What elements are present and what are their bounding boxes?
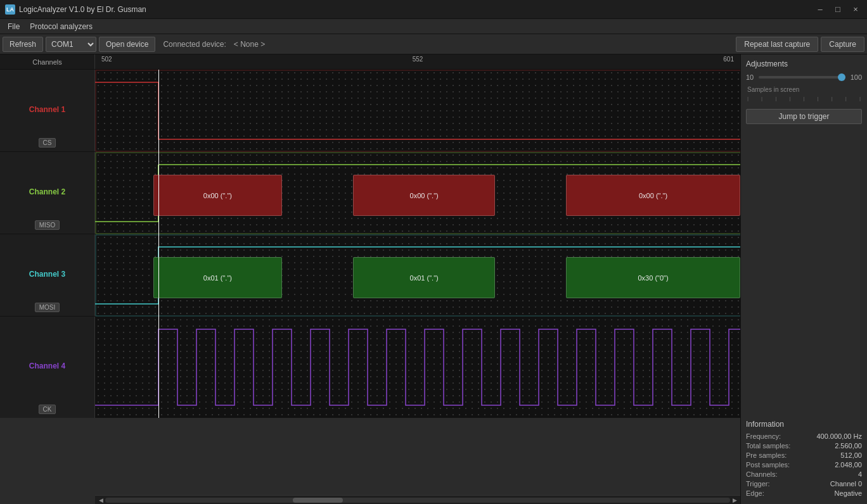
channels-main: Channels 502 552 601 Channel 1 CS [0,54,740,504]
close-button[interactable]: × [849,3,862,16]
mosi-block-3: 0x30 ("0") [566,257,740,298]
app-icon: LA [5,4,15,15]
miso-block-1: 0x00 (".") [153,175,283,216]
channel-row-2: Channel 2 MISO 0 [0,152,740,234]
info-trigger: Trigger: Channel 0 [746,480,862,488]
info-edge: Edge: Negative [746,489,862,497]
info-pre-samples-label: Pre samples: [746,451,787,459]
channel-4-svg [95,317,740,418]
app-title: LogicAnalyzer V1.0 by El Dr. Gusman [19,5,814,14]
miso-block-3: 0x00 (".") [566,175,740,216]
info-channels-val: 4 [858,470,862,478]
channel-row-3: Channel 3 MOSI 0x01 (".") 0x01 (".") [0,234,740,317]
info-edge-val: Negative [835,489,862,497]
channels-scroll[interactable]: Channel 1 CS Channel 2 MISO [0,70,740,495]
channel-1-tag: CS [39,138,56,148]
channel-2-name: Channel 2 [29,187,65,196]
tick-502: 502 [101,56,112,69]
channel-4-label: Channel 4 CK [0,317,95,418]
channel-4-tag: CK [39,405,56,414]
channel-row-1: Channel 1 CS [0,70,740,152]
adjustments-title: Adjustments [746,60,862,68]
channel-3-signal: 0x01 (".") 0x01 (".") 0x30 ("0") [95,234,740,317]
main-area: Channels 502 552 601 Channel 1 CS [0,54,867,504]
right-panel: Adjustments 10 100 Samples in screen | |… [740,54,867,504]
info-total-samples-label: Total samples: [746,442,790,450]
channel-1-svg [95,70,740,152]
connected-device-value: < None > [234,40,265,49]
channel-2-tag: MISO [35,220,60,230]
channel-3-name: Channel 3 [29,270,65,279]
timeline-ticks: 502 552 601 [95,54,740,69]
info-pre-samples-val: 512,00 [840,451,862,459]
channel-3-tag: MOSI [35,303,60,312]
channel-1-name: Channel 1 [29,105,65,114]
channel-4-name: Channel 4 [29,362,65,370]
com-port-select[interactable]: COM1 [46,37,96,52]
info-frequency-label: Frequency: [746,432,781,440]
capture-button[interactable]: Capture [821,37,864,52]
channels-header: Channels [0,54,95,69]
scrollbar-track[interactable] [105,498,730,503]
info-title: Information [746,420,862,429]
samples-min-label: 10 [746,73,754,81]
info-frequency-val: 400.000,00 Hz [816,432,862,440]
samples-slider-row: 10 100 [746,73,862,81]
samples-max-label: 100 [851,73,862,81]
maximize-button[interactable]: □ [832,3,844,16]
minimize-button[interactable]: – [814,3,826,16]
repeat-capture-button[interactable]: Repeat last capture [736,37,818,52]
jump-to-trigger-button[interactable]: Jump to trigger [746,109,862,124]
scrollbar-row: ◀ ▶ [95,495,740,504]
info-trigger-label: Trigger: [746,480,770,488]
menu-protocol-analyzers[interactable]: Protocol analyzers [25,21,98,32]
info-channels-label: Channels: [746,470,778,478]
tick-601: 601 [723,56,734,69]
info-channels: Channels: 4 [746,470,862,478]
mosi-block-1: 0x01 (".") [153,257,283,298]
refresh-button[interactable]: Refresh [3,37,43,52]
channel-row-4: Channel 4 CK [0,317,740,418]
connected-device-label: Connected device: [163,40,226,49]
scrollbar-thumb[interactable] [293,498,343,503]
channel-1-label: Channel 1 CS [0,70,95,151]
miso-block-2: 0x00 (".") [353,175,495,216]
info-pre-samples: Pre samples: 512,00 [746,451,862,459]
channel-2-label: Channel 2 MISO [0,152,95,234]
open-device-button[interactable]: Open device [99,37,155,52]
channel-4-signal [95,317,740,418]
samples-in-screen-label: Samples in screen [747,86,799,93]
mosi-block-2: 0x01 (".") [353,257,495,298]
info-total-samples: Total samples: 2.560,00 [746,442,862,450]
tick-552: 552 [413,56,423,69]
info-frequency: Frequency: 400.000,00 Hz [746,432,862,440]
scroll-right-arrow[interactable]: ▶ [730,496,739,505]
info-total-samples-val: 2.560,00 [835,442,862,450]
channel-2-signal: 0x00 (".") 0x00 (".") 0x00 (".") [95,152,740,234]
info-post-samples: Post samples: 2.048,00 [746,461,862,469]
info-post-samples-val: 2.048,00 [835,461,862,469]
scroll-left-arrow[interactable]: ◀ [96,496,105,505]
info-post-samples-label: Post samples: [746,461,790,469]
toolbar: Refresh COM1 Open device Connected devic… [0,34,867,54]
samples-slider[interactable] [759,76,845,79]
channel-1-signal [95,70,740,152]
timeline-row: Channels 502 552 601 [0,54,740,70]
info-edge-label: Edge: [746,489,764,497]
info-trigger-val: Channel 0 [830,480,862,488]
menu-file[interactable]: File [3,21,25,32]
menu-bar: File Protocol analyzers [0,19,867,34]
title-bar: LA LogicAnalyzer V1.0 by El Dr. Gusman –… [0,0,867,19]
info-section: Information Frequency: 400.000,00 Hz Tot… [746,420,862,499]
channel-3-label: Channel 3 MOSI [0,234,95,316]
window-controls: – □ × [814,3,862,16]
